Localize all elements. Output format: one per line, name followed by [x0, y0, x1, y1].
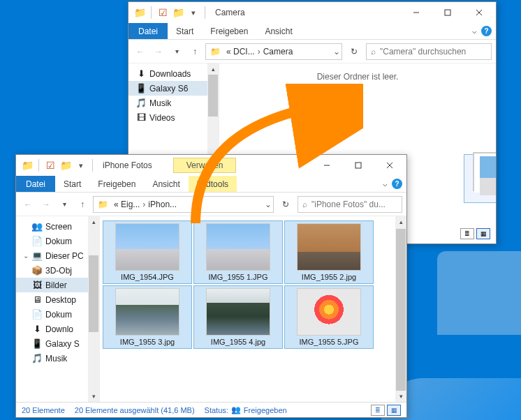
- properties-icon[interactable]: ☑: [156, 6, 170, 20]
- thumbnail-item[interactable]: IMG_1955 1.JPG: [193, 220, 283, 284]
- help-icon[interactable]: ?: [481, 26, 492, 36]
- tree-item[interactable]: ⬇Downlo: [16, 322, 99, 336]
- refresh-button[interactable]: ↻: [277, 200, 295, 209]
- back-button[interactable]: ←: [133, 44, 148, 59]
- recent-dropdown-icon[interactable]: ▾: [57, 197, 72, 212]
- tab-start[interactable]: Start: [55, 176, 89, 192]
- chevron-down-icon[interactable]: ⌄: [23, 252, 29, 260]
- window-controls: [311, 156, 405, 175]
- qat-dropdown-icon[interactable]: ▾: [74, 158, 88, 172]
- scroll-thumb[interactable]: [208, 75, 218, 117]
- tree-item-label: Downlo: [45, 324, 73, 334]
- scrollbar[interactable]: ▴ ▾: [88, 216, 99, 402]
- thumbnail-item[interactable]: IMG_1955 3.jpg: [103, 285, 192, 349]
- forward-button[interactable]: →: [38, 197, 54, 212]
- tree-item[interactable]: 📦3D-Obj: [16, 263, 99, 278]
- tree-item[interactable]: 🎞Videos: [129, 110, 219, 125]
- scroll-down-icon[interactable]: ▾: [399, 391, 403, 402]
- tab-bildtools[interactable]: Bildtools: [189, 176, 237, 192]
- thumbnail-item[interactable]: IMG_1954.JPG: [103, 220, 192, 284]
- new-folder-icon[interactable]: 📁: [171, 6, 185, 20]
- tree-item[interactable]: 📄Dokum: [16, 307, 99, 322]
- scrollbar[interactable]: ▴ ▾: [395, 216, 406, 402]
- tree-item[interactable]: 📄Dokum: [16, 234, 99, 248]
- view-switcher: ≣ ▦: [371, 405, 401, 416]
- status-bar: 20 Elemente 20 Elemente ausgewählt (41,6…: [16, 402, 406, 417]
- tree-item-label: Dieser PC: [45, 251, 84, 261]
- crumb-segment[interactable]: iPhon...: [145, 200, 179, 209]
- thumbnail-label: IMG_1955 5.JPG: [300, 338, 359, 346]
- tree-item[interactable]: 🖼Bilder: [16, 278, 99, 292]
- scroll-thumb[interactable]: [396, 229, 406, 391]
- maximize-button[interactable]: [342, 156, 374, 175]
- scroll-up-icon[interactable]: ▴: [399, 216, 403, 227]
- minimize-button[interactable]: [311, 156, 342, 175]
- tree-item[interactable]: 🎵Musik: [129, 96, 219, 110]
- status-selected: 20 Elemente ausgewählt (41,6 MB): [75, 406, 195, 414]
- thumbnail-item[interactable]: IMG_1955 2.jpg: [284, 220, 374, 284]
- context-tab-verwalten[interactable]: Verwalten: [173, 158, 237, 173]
- breadcrumb[interactable]: 📁 « Eig... › iPhon... ⌄: [93, 196, 274, 213]
- titlebar[interactable]: 📁 ☑ 📁 ▾ Camera: [129, 2, 496, 23]
- help-icon[interactable]: ?: [392, 179, 402, 189]
- tab-file[interactable]: Datei: [16, 176, 55, 192]
- content-pane[interactable]: IMG_1954.JPGIMG_1955 1.JPGIMG_1955 2.jpg…: [100, 216, 406, 402]
- breadcrumb[interactable]: 📁 « DCI... › Camera ⌄: [205, 43, 342, 60]
- thumbs-view-icon[interactable]: ▦: [476, 228, 490, 239]
- search-icon: ⌕: [302, 200, 307, 209]
- forward-button[interactable]: →: [151, 44, 166, 59]
- tab-view[interactable]: Ansicht: [256, 23, 300, 39]
- scroll-up-icon[interactable]: ▴: [207, 63, 219, 75]
- tree-item[interactable]: 👥Screen: [16, 219, 99, 234]
- tab-share[interactable]: Freigeben: [202, 23, 256, 39]
- tab-view[interactable]: Ansicht: [144, 176, 188, 192]
- chevron-down-icon[interactable]: ⌵: [383, 179, 388, 188]
- close-button[interactable]: [463, 3, 494, 22]
- up-button[interactable]: ↑: [187, 44, 203, 59]
- nav-tree[interactable]: 👥Screen📄Dokum⌄💻Dieser PC📦3D-Obj🖼Bilder🖥D…: [16, 216, 100, 402]
- nav-bar: ← → ▾ ↑ 📁 « Eig... › iPhon... ⌄ ↻ ⌕ "iPh…: [16, 193, 406, 216]
- chevron-down-icon[interactable]: ⌵: [472, 27, 477, 36]
- back-button[interactable]: ←: [20, 197, 36, 212]
- details-view-icon[interactable]: ≣: [371, 405, 385, 416]
- details-view-icon[interactable]: ≣: [460, 228, 474, 239]
- minimize-button[interactable]: [400, 3, 432, 22]
- thumbnail-item[interactable]: IMG_1955 5.JPG: [284, 285, 374, 349]
- crumb-segment[interactable]: « DCI...: [223, 47, 258, 57]
- properties-icon[interactable]: ☑: [43, 158, 57, 172]
- thumbnail-label: IMG_1955 1.JPG: [209, 273, 268, 281]
- tab-file[interactable]: Datei: [129, 23, 168, 39]
- phone-icon: 📱: [135, 83, 147, 94]
- new-folder-icon[interactable]: 📁: [59, 158, 73, 172]
- scroll-thumb[interactable]: [89, 255, 98, 332]
- tree-item[interactable]: ⌄💻Dieser PC: [16, 248, 99, 263]
- thumbs-view-icon[interactable]: ▦: [387, 405, 401, 416]
- crumb-segment[interactable]: « Eig...: [111, 200, 142, 209]
- tree-item[interactable]: 📱Galaxy S6: [129, 81, 219, 96]
- search-placeholder: "Camera" durchsuchen: [380, 47, 466, 57]
- qat-dropdown-icon[interactable]: ▾: [186, 6, 200, 20]
- tree-item[interactable]: 📱Galaxy S: [16, 336, 99, 351]
- titlebar[interactable]: 📁 ☑ 📁 ▾ iPhone Fotos Verwalten: [16, 155, 406, 176]
- recent-dropdown-icon[interactable]: ▾: [169, 44, 184, 59]
- search-input[interactable]: ⌕ "iPhone Fotos" du...: [298, 196, 402, 213]
- scroll-up-icon[interactable]: ▴: [88, 216, 99, 227]
- thumbnail-image: [297, 288, 361, 336]
- tab-share[interactable]: Freigeben: [89, 176, 144, 192]
- view-switcher: ≣ ▦: [460, 228, 490, 239]
- window-controls: [400, 3, 494, 22]
- up-button[interactable]: ↑: [75, 197, 90, 212]
- crumb-segment[interactable]: Camera: [260, 47, 296, 57]
- tab-start[interactable]: Start: [168, 23, 202, 39]
- chevron-down-icon[interactable]: ⌄: [265, 200, 272, 209]
- search-input[interactable]: ⌕ "Camera" durchsuchen: [366, 43, 492, 60]
- close-button[interactable]: [374, 156, 405, 175]
- tree-item[interactable]: 🎵Musik: [16, 351, 99, 366]
- scroll-down-icon[interactable]: ▾: [88, 391, 99, 402]
- chevron-down-icon[interactable]: ⌄: [333, 47, 340, 57]
- tree-item[interactable]: 🖥Desktop: [16, 292, 99, 307]
- maximize-button[interactable]: [432, 3, 463, 22]
- tree-item[interactable]: ⬇Downloads: [129, 66, 219, 81]
- refresh-button[interactable]: ↻: [345, 47, 363, 57]
- thumbnail-item[interactable]: IMG_1955 4.jpg: [193, 285, 283, 349]
